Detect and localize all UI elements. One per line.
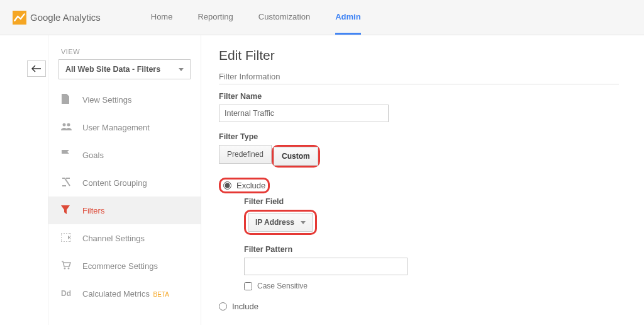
svg-point-2 bbox=[67, 123, 70, 126]
product-name: Google Analytics bbox=[30, 12, 101, 23]
svg-point-4 bbox=[64, 267, 66, 269]
cart-icon bbox=[61, 261, 72, 271]
product-logo: Google Analytics bbox=[13, 11, 101, 25]
tab-home[interactable]: Home bbox=[151, 0, 173, 35]
channel-icon bbox=[61, 233, 72, 244]
tab-admin[interactable]: Admin bbox=[335, 0, 360, 35]
sidebar-item-label: Filters bbox=[82, 206, 104, 215]
svg-point-1 bbox=[63, 123, 66, 126]
tab-reporting[interactable]: Reporting bbox=[197, 0, 233, 35]
case-sensitive-label: Case Sensitive bbox=[257, 282, 308, 290]
filter-type-toggle: Predefined Custom bbox=[219, 145, 619, 168]
back-arrow-icon bbox=[31, 65, 42, 72]
filter-name-input[interactable] bbox=[219, 105, 389, 122]
sidebar-item-ecommerce-settings[interactable]: Ecommerce Settings bbox=[48, 252, 201, 280]
sidebar-item-content-grouping[interactable]: Content Grouping bbox=[48, 169, 201, 197]
filter-type-label: Filter Type bbox=[219, 132, 619, 141]
case-sensitive-checkbox[interactable] bbox=[244, 282, 252, 290]
sidebar-item-label: View Settings bbox=[82, 95, 132, 105]
sidebar-item-filters[interactable]: Filters bbox=[48, 197, 201, 224]
highlight-custom: Custom bbox=[272, 145, 320, 168]
tab-customization[interactable]: Customization bbox=[258, 0, 310, 35]
filter-pattern-label: Filter Pattern bbox=[244, 245, 619, 254]
filter-field-dropdown[interactable]: IP Address bbox=[248, 213, 313, 232]
page-title: Edit Filter bbox=[219, 48, 619, 63]
filter-name-label: Filter Name bbox=[219, 92, 619, 101]
primary-tabs: Home Reporting Customization Admin bbox=[151, 0, 361, 35]
sidebar-item-label: Channel Settings bbox=[82, 234, 145, 243]
chevron-down-icon bbox=[179, 68, 184, 71]
content-area: VIEW All Web Site Data - Filters View Se… bbox=[0, 35, 644, 325]
back-button[interactable] bbox=[27, 60, 46, 77]
case-sensitive-row[interactable]: Case Sensitive bbox=[244, 282, 619, 290]
section-filter-information: Filter Information bbox=[219, 72, 619, 84]
filter-pattern-input[interactable] bbox=[244, 258, 408, 275]
filter-field-group: Filter Field IP Address bbox=[244, 197, 619, 235]
sidebar: VIEW All Web Site Data - Filters View Se… bbox=[48, 35, 201, 325]
view-column-label: VIEW bbox=[61, 48, 201, 55]
svg-point-5 bbox=[68, 267, 70, 269]
filter-type-predefined-button[interactable]: Predefined bbox=[219, 145, 272, 164]
sidebar-item-channel-settings[interactable]: Channel Settings bbox=[48, 224, 201, 252]
flag-icon bbox=[61, 149, 72, 161]
sidebar-item-label: Ecommerce Settings bbox=[82, 261, 158, 271]
view-selector[interactable]: All Web Site Data - Filters bbox=[58, 59, 191, 79]
exclude-radio-label: Exclude bbox=[236, 181, 265, 190]
sidebar-container: VIEW All Web Site Data - Filters View Se… bbox=[0, 35, 201, 325]
exclude-radio-row[interactable]: Exclude bbox=[223, 181, 265, 190]
users-icon bbox=[61, 123, 72, 132]
sidebar-item-goals[interactable]: Goals bbox=[48, 141, 201, 169]
ga-logo-icon bbox=[13, 11, 26, 25]
filter-field-label: Filter Field bbox=[244, 197, 619, 206]
sidebar-item-label: User Management bbox=[82, 123, 150, 132]
file-icon bbox=[61, 94, 72, 106]
top-header: Google Analytics Home Reporting Customiz… bbox=[0, 0, 644, 35]
include-radio[interactable] bbox=[219, 302, 227, 311]
filter-name-group: Filter Name bbox=[219, 92, 619, 122]
sidebar-item-view-settings[interactable]: View Settings bbox=[48, 86, 201, 113]
filter-field-value: IP Address bbox=[255, 218, 294, 227]
filter-type-custom-button[interactable]: Custom bbox=[274, 147, 318, 166]
sidebar-item-label: Calculated Metrics BETA bbox=[82, 289, 169, 299]
sidebar-item-label: Content Grouping bbox=[82, 178, 147, 188]
path-icon bbox=[61, 177, 72, 189]
highlight-filter-field: IP Address bbox=[244, 210, 317, 235]
chevron-down-icon bbox=[301, 221, 306, 224]
exclude-block: Exclude Filter Field IP Address Filter P… bbox=[219, 178, 619, 290]
filter-pattern-group: Filter Pattern Case Sensitive bbox=[244, 245, 619, 290]
sidebar-item-label: Goals bbox=[82, 151, 104, 160]
exclude-radio[interactable] bbox=[223, 181, 231, 190]
include-radio-row[interactable]: Include bbox=[219, 302, 619, 311]
include-radio-label: Include bbox=[232, 302, 258, 311]
main-panel: Edit Filter Filter Information Filter Na… bbox=[201, 35, 644, 325]
view-selected-text: All Web Site Data - Filters bbox=[65, 65, 160, 74]
filter-icon bbox=[61, 205, 72, 216]
filter-type-group: Filter Type Predefined Custom bbox=[219, 132, 619, 168]
sidebar-item-calculated-metrics[interactable]: Dd Calculated Metrics BETA bbox=[48, 280, 201, 307]
sidebar-item-user-management[interactable]: User Management bbox=[48, 113, 201, 141]
sidebar-nav: View Settings User Management Goals Cont… bbox=[48, 86, 201, 307]
back-column bbox=[0, 35, 48, 325]
highlight-exclude: Exclude bbox=[219, 178, 270, 193]
dd-icon: Dd bbox=[61, 289, 72, 298]
